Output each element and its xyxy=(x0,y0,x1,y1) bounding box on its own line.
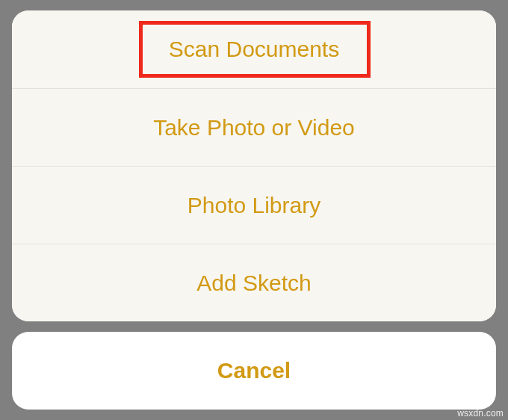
cancel-button[interactable]: Cancel xyxy=(12,332,496,410)
action-sheet-cancel-group: Cancel xyxy=(12,332,496,410)
option-label: Add Sketch xyxy=(196,271,311,296)
action-sheet-options-group: Scan Documents Take Photo or Video Photo… xyxy=(12,10,496,321)
cancel-label: Cancel xyxy=(217,358,291,383)
option-scan-documents[interactable]: Scan Documents xyxy=(12,10,496,88)
option-take-photo-or-video[interactable]: Take Photo or Video xyxy=(12,88,496,166)
action-sheet: Scan Documents Take Photo or Video Photo… xyxy=(12,10,496,410)
option-add-sketch[interactable]: Add Sketch xyxy=(12,244,496,321)
option-label: Take Photo or Video xyxy=(153,115,355,140)
option-label: Scan Documents xyxy=(169,37,339,62)
option-photo-library[interactable]: Photo Library xyxy=(12,166,496,244)
watermark: wsxdn.com xyxy=(457,408,504,419)
action-sheet-backdrop: Scan Documents Take Photo or Video Photo… xyxy=(0,0,508,420)
option-label: Photo Library xyxy=(188,193,320,218)
